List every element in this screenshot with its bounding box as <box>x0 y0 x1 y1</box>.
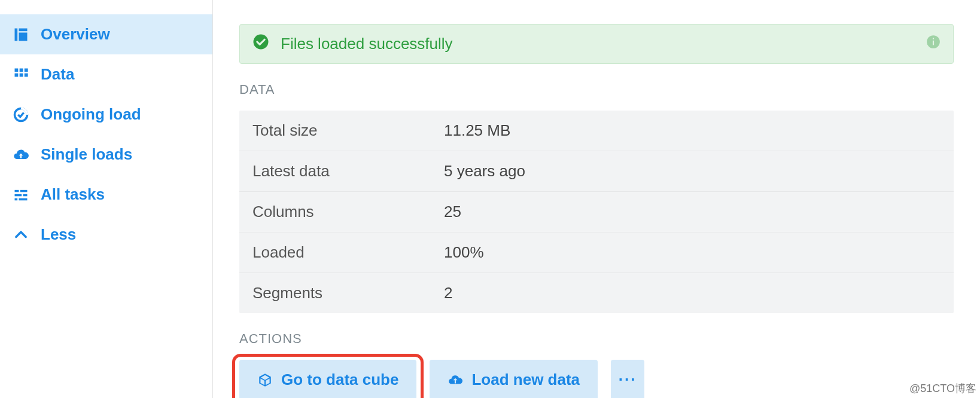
grid-icon <box>12 66 30 83</box>
sidebar-item-ongoing-load[interactable]: Ongoing load <box>0 94 212 134</box>
data-key: Latest data <box>252 162 444 180</box>
svg-rect-5 <box>25 68 28 72</box>
svg-rect-4 <box>20 68 23 72</box>
svg-rect-8 <box>25 73 28 76</box>
svg-rect-13 <box>23 194 28 196</box>
alert-message: Files loaded successfully <box>281 35 453 53</box>
button-label: Go to data cube <box>281 371 398 389</box>
button-label: Load new data <box>471 371 580 389</box>
sidebar-item-less[interactable]: Less <box>0 215 212 255</box>
sidebar-item-label: Data <box>41 65 74 84</box>
svg-rect-14 <box>15 198 18 200</box>
data-row-loaded: Loaded 100% <box>239 232 954 273</box>
data-row-total-size: Total size 11.25 MB <box>239 111 954 151</box>
chevron-up-icon <box>12 226 30 243</box>
svg-rect-6 <box>15 73 19 76</box>
data-key: Columns <box>252 203 444 221</box>
svg-rect-19 <box>933 38 934 39</box>
data-table: Total size 11.25 MB Latest data 5 years … <box>239 111 954 313</box>
more-actions-button[interactable]: ··· <box>611 360 644 398</box>
svg-rect-12 <box>15 194 22 196</box>
data-key: Loaded <box>252 243 444 262</box>
actions-section-label: ACTIONS <box>239 331 954 347</box>
data-row-columns: Columns 25 <box>239 192 954 232</box>
svg-rect-7 <box>20 73 23 76</box>
info-icon[interactable] <box>926 34 941 54</box>
sidebar-item-label: Ongoing load <box>41 105 141 124</box>
check-circle-icon <box>252 33 270 55</box>
data-row-latest-data: Latest data 5 years ago <box>239 151 954 192</box>
dashboard-icon <box>12 26 30 43</box>
data-value: 100% <box>444 243 484 262</box>
data-value: 5 years ago <box>444 162 525 180</box>
svg-rect-15 <box>19 198 28 200</box>
data-value: 25 <box>444 203 461 221</box>
ellipsis-icon: ··· <box>619 371 637 389</box>
load-new-data-button[interactable]: Load new data <box>430 360 598 398</box>
sidebar-item-single-loads[interactable]: Single loads <box>0 134 212 174</box>
sidebar-item-data[interactable]: Data <box>0 54 212 94</box>
svg-rect-2 <box>19 32 28 41</box>
svg-rect-11 <box>20 189 28 192</box>
layout: Overview Data Ongoing load Single loads … <box>0 0 980 398</box>
cube-icon <box>257 372 273 388</box>
actions-row: Go to data cube Load new data ··· <box>239 360 954 398</box>
sidebar: Overview Data Ongoing load Single loads … <box>0 0 213 398</box>
data-key: Total size <box>252 121 444 140</box>
svg-rect-10 <box>15 189 19 192</box>
success-alert: Files loaded successfully <box>239 24 954 64</box>
watermark: @51CTO博客 <box>909 381 976 396</box>
sidebar-item-label: Overview <box>41 25 110 44</box>
sidebar-item-overview[interactable]: Overview <box>0 14 212 54</box>
svg-rect-3 <box>15 68 19 72</box>
go-to-data-cube-button[interactable]: Go to data cube <box>239 360 416 398</box>
svg-rect-18 <box>933 41 934 45</box>
svg-rect-0 <box>15 28 18 41</box>
svg-rect-1 <box>19 28 28 31</box>
cloud-upload-icon <box>448 372 463 388</box>
main-content: Files loaded successfully DATA Total siz… <box>213 0 980 398</box>
sidebar-item-label: All tasks <box>41 185 105 204</box>
sidebar-item-label: Less <box>41 225 76 244</box>
cloud-upload-icon <box>12 146 30 163</box>
svg-point-16 <box>254 35 269 50</box>
data-row-segments: Segments 2 <box>239 273 954 313</box>
sidebar-item-all-tasks[interactable]: All tasks <box>0 174 212 215</box>
tasks-icon <box>12 186 30 203</box>
data-section-label: DATA <box>239 82 954 97</box>
data-key: Segments <box>252 284 444 302</box>
data-value: 11.25 MB <box>444 121 510 140</box>
data-value: 2 <box>444 284 452 302</box>
loading-icon <box>12 106 30 123</box>
sidebar-item-label: Single loads <box>41 145 132 164</box>
